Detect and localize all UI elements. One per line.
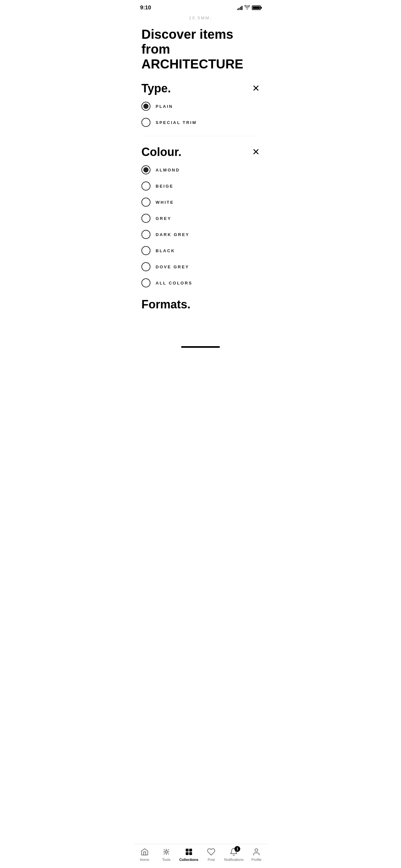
type-section: Type. ✕ PLAIN SPECIAL TRIM (142, 82, 259, 127)
divider-1 (142, 136, 259, 136)
formats-section: Formats. (142, 298, 259, 311)
radio-almond-label: ALMOND (156, 167, 180, 173)
radio-beige-circle (142, 182, 150, 190)
radio-beige-label: BEIGE (156, 184, 174, 189)
wifi-icon (244, 5, 250, 10)
radio-plain-dot (143, 104, 149, 109)
status-icons (237, 5, 261, 10)
radio-all-colors-label: ALL COLORS (156, 281, 192, 285)
main-content: Discover items from ARCHITECTURE Type. ✕… (134, 20, 267, 344)
colour-option-all-colors[interactable]: ALL COLORS (142, 278, 259, 287)
status-bar: 9:10 (134, 0, 267, 14)
radio-plain-circle (142, 102, 150, 111)
colour-option-almond[interactable]: ALMOND (142, 165, 259, 175)
colour-section: Colour. ✕ ALMOND BEIGE WHITE GREY DARK G… (142, 145, 259, 287)
radio-special-trim-circle (142, 118, 150, 127)
radio-plain-label: PLAIN (156, 104, 173, 109)
radio-black-circle (142, 246, 150, 255)
type-option-special-trim[interactable]: SPECIAL TRIM (142, 118, 259, 127)
radio-dove-grey-label: DOVE GREY (156, 265, 189, 269)
colour-option-grey[interactable]: GREY (142, 214, 259, 223)
radio-white-circle (142, 197, 150, 207)
watermark: 10.5MM. (134, 14, 267, 20)
colour-option-beige[interactable]: BEIGE (142, 182, 259, 190)
status-time: 9:10 (140, 4, 151, 11)
radio-black-label: BLACK (156, 248, 175, 253)
colour-option-white[interactable]: WHITE (142, 197, 259, 207)
radio-dark-grey-circle (142, 230, 150, 239)
radio-almond-circle (142, 165, 150, 175)
colour-section-header: Colour. ✕ (142, 145, 259, 159)
bottom-indicator (181, 346, 220, 348)
radio-all-colors-circle (142, 278, 150, 287)
radio-white-label: WHITE (156, 200, 174, 205)
radio-grey-label: GREY (156, 216, 172, 221)
colour-section-title: Colour. (142, 145, 181, 159)
battery-icon (252, 5, 261, 10)
colour-close-button[interactable]: ✕ (252, 148, 259, 157)
page-title: Discover items from ARCHITECTURE (142, 27, 259, 71)
radio-grey-circle (142, 214, 150, 223)
radio-special-trim-label: SPECIAL TRIM (156, 120, 197, 125)
radio-dove-grey-circle (142, 262, 150, 271)
type-close-button[interactable]: ✕ (252, 84, 259, 93)
signal-icon (237, 5, 243, 10)
colour-option-black[interactable]: BLACK (142, 246, 259, 255)
radio-dark-grey-label: DARK GREY (156, 232, 189, 237)
formats-section-title: Formats. (142, 298, 190, 311)
radio-almond-dot (143, 167, 149, 173)
type-section-title: Type. (142, 82, 171, 95)
type-option-plain[interactable]: PLAIN (142, 102, 259, 111)
colour-option-dove-grey[interactable]: DOVE GREY (142, 262, 259, 271)
type-section-header: Type. ✕ (142, 82, 259, 95)
colour-option-dark-grey[interactable]: DARK GREY (142, 230, 259, 239)
